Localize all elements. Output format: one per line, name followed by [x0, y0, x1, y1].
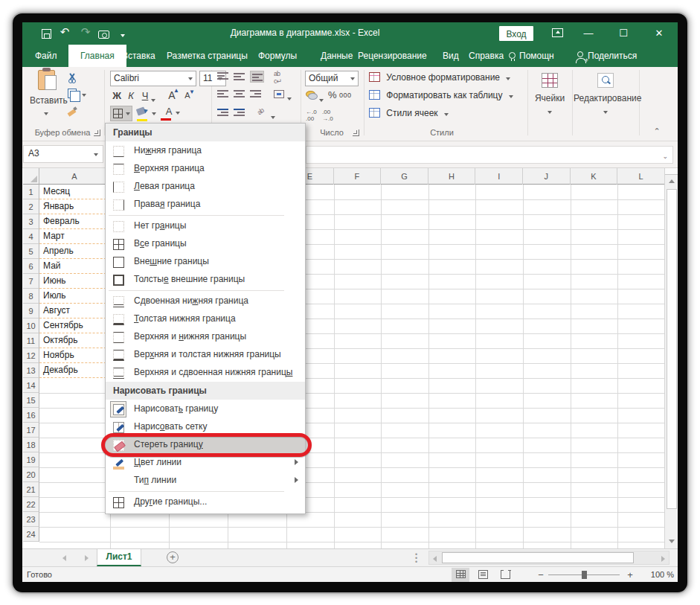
- hscroll-thumb[interactable]: [442, 552, 634, 563]
- hscroll-left-icon[interactable]: [433, 556, 437, 562]
- tab-formulas[interactable]: Формулы: [255, 45, 300, 67]
- wrap-text-button[interactable]: abc↵: [274, 70, 281, 85]
- hscroll-right-icon[interactable]: [661, 556, 665, 562]
- cut-button[interactable]: [65, 73, 79, 86]
- cell-styles-button[interactable]: Стили ячеек: [369, 108, 449, 123]
- row-header-15[interactable]: 15: [23, 393, 39, 408]
- cell-A5[interactable]: Апрель: [39, 244, 110, 259]
- row-header-9[interactable]: 9: [23, 304, 39, 318]
- row-header-19[interactable]: 19: [23, 452, 39, 467]
- column-header-F[interactable]: F: [334, 168, 382, 185]
- menu-item-erase-border[interactable]: Стереть границу: [106, 436, 305, 454]
- row-header-2[interactable]: 2: [23, 199, 39, 214]
- cell-A2[interactable]: Январь: [39, 199, 110, 214]
- cell-A4[interactable]: Март: [39, 229, 110, 244]
- row-header-14[interactable]: 14: [23, 378, 39, 393]
- menu-item-border-top-bottom[interactable]: Верхняя и нижняя границы: [106, 328, 305, 346]
- row-header-23[interactable]: 23: [23, 512, 39, 527]
- tab-home[interactable]: Главная: [68, 45, 126, 67]
- clipboard-dialog-launcher-icon[interactable]: [94, 129, 100, 136]
- row-header-10[interactable]: 10: [23, 318, 39, 333]
- align-bottom-button[interactable]: [250, 71, 264, 83]
- increase-font-size-button[interactable]: A▲: [165, 89, 179, 101]
- view-normal-button[interactable]: [452, 568, 469, 582]
- menu-item-line-color[interactable]: Цвет линии: [106, 454, 305, 472]
- tab-share[interactable]: Поделиться: [574, 45, 640, 67]
- menu-item-border-none[interactable]: Нет границы: [106, 217, 305, 235]
- row-header-24[interactable]: 24: [23, 527, 39, 542]
- merge-caret[interactable]: [287, 93, 292, 102]
- align-right-button[interactable]: [250, 90, 261, 99]
- decrease-indent-button[interactable]: [217, 109, 228, 118]
- menu-item-border-bottom[interactable]: Нижняя граница: [106, 142, 305, 160]
- minimize-button[interactable]: —: [577, 22, 600, 45]
- menu-item-more-borders[interactable]: Другие границы...: [106, 493, 305, 511]
- copy-button[interactable]: [65, 89, 79, 101]
- ribbon-display-options-icon[interactable]: [552, 28, 563, 37]
- menu-item-line-type[interactable]: Тип линии: [106, 472, 305, 490]
- row-header-12[interactable]: 12: [23, 348, 39, 363]
- tab-help[interactable]: Справка: [466, 45, 507, 67]
- cell-A11[interactable]: Октябрь: [39, 333, 110, 348]
- menu-item-border-top[interactable]: Верхняя граница: [106, 160, 305, 178]
- row-header-7[interactable]: 7: [23, 274, 39, 289]
- row-header-6[interactable]: 6: [23, 259, 39, 274]
- number-format-combo[interactable]: Общий: [305, 71, 359, 86]
- align-left-button[interactable]: [217, 90, 228, 99]
- name-box[interactable]: A3: [23, 145, 103, 163]
- column-header-J[interactable]: J: [523, 168, 571, 185]
- tab-file[interactable]: Файл: [32, 45, 60, 67]
- menu-item-border-left[interactable]: Левая граница: [106, 178, 305, 196]
- row-header-18[interactable]: 18: [23, 438, 39, 452]
- cell-A13[interactable]: Декабрь: [39, 363, 110, 378]
- vscroll-down-button[interactable]: [667, 535, 677, 547]
- vscroll-up-button[interactable]: [667, 176, 677, 188]
- vertical-scrollbar[interactable]: [664, 168, 678, 548]
- menu-item-border-all[interactable]: Все границы: [106, 235, 305, 253]
- collapse-ribbon-icon[interactable]: ⌃: [652, 127, 662, 135]
- fill-color-button[interactable]: [135, 106, 155, 122]
- format-as-table-button[interactable]: Форматировать как таблицу: [369, 90, 513, 105]
- menu-item-border-right[interactable]: Правая граница: [106, 196, 305, 214]
- sheet-tab-list1[interactable]: Лист1: [97, 549, 141, 566]
- menu-item-border-thick-outside[interactable]: Толстые внешние границы: [106, 271, 305, 289]
- column-header-G[interactable]: G: [381, 168, 428, 185]
- underline-options-caret[interactable]: [151, 95, 155, 103]
- row-header-22[interactable]: 22: [23, 497, 39, 512]
- align-center-button[interactable]: [234, 90, 245, 99]
- add-sheet-button[interactable]: +: [167, 551, 179, 563]
- scrollbar-split-handle[interactable]: [665, 168, 678, 175]
- increase-indent-button[interactable]: [234, 109, 245, 118]
- tab-insert[interactable]: Вставка: [119, 45, 158, 67]
- row-header-11[interactable]: 11: [23, 333, 39, 348]
- column-header-H[interactable]: H: [428, 168, 476, 185]
- menu-item-border-top-double-bottom[interactable]: Верхняя и сдвоенная нижняя границы: [106, 364, 305, 382]
- row-header-4[interactable]: 4: [23, 229, 39, 244]
- menu-item-border-double-bottom[interactable]: Сдвоенная нижняя граница: [106, 292, 305, 310]
- decrease-decimal-button[interactable]: .00→.0: [322, 109, 333, 122]
- italic-button[interactable]: К: [125, 90, 137, 101]
- zoom-slider-thumb[interactable]: [582, 571, 587, 579]
- cells-button[interactable]: Ячейки: [530, 73, 569, 115]
- accounting-format-button[interactable]: [306, 90, 316, 99]
- menu-item-border-top-thick-bottom[interactable]: Верхняя и толстая нижняя границы: [106, 346, 305, 364]
- column-header-A[interactable]: A: [39, 168, 110, 185]
- cell-A1[interactable]: Месяц: [39, 185, 110, 199]
- font-name-combo[interactable]: Calibri: [110, 71, 196, 86]
- tab-page-layout[interactable]: Разметка страницы: [164, 45, 251, 67]
- maximize-button[interactable]: ☐: [612, 22, 635, 45]
- menu-item-draw-border[interactable]: Нарисовать границу: [106, 400, 305, 418]
- column-header-L[interactable]: L: [617, 168, 665, 185]
- cell-A8[interactable]: Июль: [39, 289, 110, 304]
- row-header-5[interactable]: 5: [23, 244, 39, 259]
- cell-A3[interactable]: Февраль: [39, 214, 110, 229]
- tab-view[interactable]: Вид: [440, 45, 462, 67]
- view-page-layout-button[interactable]: [474, 568, 492, 582]
- tab-review[interactable]: Рецензирование: [355, 45, 430, 67]
- comma-style-button[interactable]: 000: [339, 92, 352, 99]
- formula-bar[interactable]: ⌄: [306, 146, 673, 164]
- formula-bar-expand-icon[interactable]: ⌄: [662, 153, 668, 160]
- select-all-corner[interactable]: [23, 168, 39, 185]
- menu-item-draw-grid[interactable]: Нарисовать сетку: [106, 418, 305, 436]
- sheet-nav-prev-icon[interactable]: [62, 555, 66, 561]
